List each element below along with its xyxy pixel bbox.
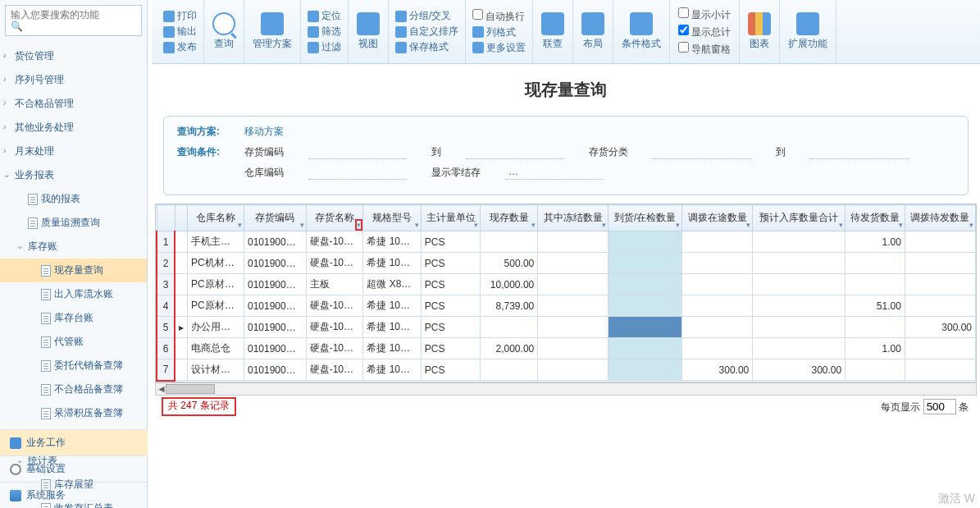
cond-label: 查询条件: xyxy=(177,145,220,159)
filter-icon[interactable]: ▾ xyxy=(969,221,973,229)
locate-icon xyxy=(308,11,319,22)
nav-item[interactable]: 质量追溯查询 xyxy=(0,211,147,235)
table-row[interactable]: 3PC原材…0101900…主板超微 X8…PCS10,000.00 xyxy=(157,274,976,295)
navpane-check[interactable]: 导航窗格 xyxy=(678,42,731,57)
filter-icon[interactable]: ▾ xyxy=(899,221,903,229)
table-row[interactable]: 7设计材…0101900…硬盘-10…希捷 10…PCS300.00300.00 xyxy=(157,359,976,381)
col-header[interactable]: 存货编码▾ xyxy=(244,205,306,231)
filter-button[interactable]: 筛选 xyxy=(308,25,341,39)
plan-value[interactable]: 移动方案 xyxy=(244,125,284,139)
locate-button[interactable]: 定位 xyxy=(308,9,341,23)
nav-item[interactable]: 出入库流水账 xyxy=(0,282,147,306)
h-scrollbar[interactable]: ◄ xyxy=(155,382,977,396)
publish-button[interactable]: 发布 xyxy=(163,40,197,54)
search-input[interactable] xyxy=(11,9,125,21)
col-header[interactable]: 规格型号▾ xyxy=(363,205,421,231)
filter-icon[interactable]: ▾ xyxy=(300,221,304,229)
filter2-button[interactable]: 过滤 xyxy=(308,40,341,54)
nav-item[interactable]: ›序列号管理 xyxy=(0,68,147,92)
col-header[interactable]: 其中冻结数量▾ xyxy=(538,205,609,231)
table-row[interactable]: 4PC原材…0101900…硬盘-10…希捷 10…PCS8,739.0051.… xyxy=(157,295,976,317)
nav-item[interactable]: 我的报表 xyxy=(0,187,147,211)
colfmt-button[interactable]: 列格式 xyxy=(472,25,526,39)
col-header[interactable]: 预计入库数量合计▾ xyxy=(753,205,846,231)
nav-item[interactable]: ›月末处理 xyxy=(0,140,147,163)
export-button[interactable]: 输出 xyxy=(163,25,197,39)
col-header[interactable]: 仓库名称▾ xyxy=(188,205,244,231)
filter-icon[interactable]: ▾ xyxy=(474,221,478,229)
table-row[interactable]: 1手机主…0101900…硬盘-10…希捷 10…PCS1.00 xyxy=(157,231,976,253)
col-header[interactable]: 到货/在检数量▾ xyxy=(609,205,682,231)
plan-icon xyxy=(261,12,284,35)
nav-item[interactable]: 现存量查询 xyxy=(0,259,147,282)
sidebar: 🔍 ›货位管理›序列号管理›不合格品管理›其他业务处理›月末处理⌄业务报表我的报… xyxy=(0,0,148,508)
table-row[interactable]: 2PC机材…0101900…硬盘-10…希捷 10…PCS500.00 xyxy=(157,253,976,274)
group-button[interactable]: 分组/交叉 xyxy=(395,9,458,23)
col-header[interactable]: 主计量单位▾ xyxy=(421,205,481,231)
wrap-check[interactable]: 自动换行 xyxy=(472,9,526,24)
base-settings-button[interactable]: 基础设置 xyxy=(0,455,148,482)
ext-button[interactable]: 扩展功能 xyxy=(780,0,836,63)
layout-button[interactable]: 布局 xyxy=(573,0,613,63)
nav-item[interactable]: ›货位管理 xyxy=(0,44,147,68)
nav-item[interactable]: 呆滞积压备查簿 xyxy=(0,401,147,425)
link-button[interactable]: 联查 xyxy=(533,0,573,63)
record-count: 共 247 条记录 xyxy=(163,399,235,414)
col-header[interactable]: 调拨待发数量▾ xyxy=(905,205,975,231)
nav-item[interactable]: 不合格品备查簿 xyxy=(0,378,147,401)
col-header[interactable]: 现存数量▾ xyxy=(481,205,538,231)
more-button[interactable]: 更多设置 xyxy=(472,41,526,55)
col-header[interactable]: 待发货数量▾ xyxy=(846,205,905,231)
nav-item[interactable]: ›不合格品管理 xyxy=(0,92,147,116)
view-icon xyxy=(357,12,380,35)
nav-item[interactable]: ⌄业务报表 xyxy=(0,163,147,187)
data-grid[interactable]: 仓库名称▾存货编码▾存货名称▾规格型号▾主计量单位▾现存数量▾其中冻结数量▾到货… xyxy=(155,204,977,382)
col-header[interactable]: 调拨在途数量▾ xyxy=(682,205,753,231)
doc-icon xyxy=(41,360,51,372)
funnel-icon xyxy=(308,26,319,38)
sort-button[interactable]: 自定义排序 xyxy=(395,25,458,39)
search-box[interactable]: 🔍 xyxy=(5,5,142,36)
chart-button[interactable]: 图表 xyxy=(740,0,780,63)
sys-service-button[interactable]: 系统服务 xyxy=(0,482,148,508)
doc-icon xyxy=(41,384,51,396)
filter-icon[interactable]: ▾ xyxy=(839,221,843,229)
filter-icon[interactable]: ▾ xyxy=(415,221,419,229)
nav-item[interactable]: ›其他业务处理 xyxy=(0,116,147,140)
cond-button[interactable]: 条件格式 xyxy=(613,0,670,63)
total-check[interactable]: 显示总计 xyxy=(678,25,731,39)
print-button[interactable]: 打印 xyxy=(163,9,197,23)
nav-item[interactable]: 委托代销备查簿 xyxy=(0,354,147,378)
filter-icon[interactable]: ▾ xyxy=(602,221,606,229)
show-zero[interactable]: … xyxy=(505,166,604,180)
table-row[interactable]: 5▸办公用…0101900…硬盘-10…希捷 10…PCS300.00 xyxy=(157,317,976,338)
nav-item[interactable]: 库存台账 xyxy=(0,306,147,330)
nav-item[interactable]: ⌄库存账 xyxy=(0,235,147,259)
wh-code[interactable] xyxy=(308,166,407,180)
filter-icon[interactable]: ▾ xyxy=(746,221,750,229)
query-button[interactable]: 查询 xyxy=(204,0,244,63)
stock-cat-to[interactable] xyxy=(810,145,909,159)
stock-code-to[interactable] xyxy=(466,145,564,159)
filter-icon[interactable]: ▾ xyxy=(531,221,536,229)
stock-cat-from[interactable] xyxy=(653,145,751,159)
stock-code-from[interactable] xyxy=(308,145,407,159)
search-icon[interactable]: 🔍 xyxy=(11,21,23,32)
biz-work-button[interactable]: 业务工作 xyxy=(0,429,148,455)
nav-item[interactable]: 代管账 xyxy=(0,330,147,354)
to-label-2: 到 xyxy=(776,145,786,159)
ribbon-file-group: 打印 输出 发布 xyxy=(157,0,204,63)
filter-icon[interactable]: ▾ xyxy=(357,221,361,229)
view-button[interactable]: 视图 xyxy=(349,0,389,63)
per-page-input[interactable] xyxy=(923,399,956,414)
scroll-thumb[interactable] xyxy=(166,384,215,394)
chevron-down-icon: ⌄ xyxy=(16,241,23,250)
filter-icon[interactable]: ▾ xyxy=(676,221,680,229)
main-area: 打印 输出 发布 查询 管理方案 定位 筛选 过滤 视图 分组/交叉 自定义排序… xyxy=(152,0,980,508)
filter-icon[interactable]: ▾ xyxy=(238,221,242,229)
plan-button[interactable]: 管理方案 xyxy=(244,0,301,63)
table-row[interactable]: 6电商总仓0101900…硬盘-10…希捷 10…PCS2,000.001.00 xyxy=(157,338,976,359)
subtotal-check[interactable]: 显示小计 xyxy=(678,7,731,22)
col-header[interactable]: 存货名称▾ xyxy=(306,205,363,231)
savefmt-button[interactable]: 保存格式 xyxy=(395,40,458,54)
